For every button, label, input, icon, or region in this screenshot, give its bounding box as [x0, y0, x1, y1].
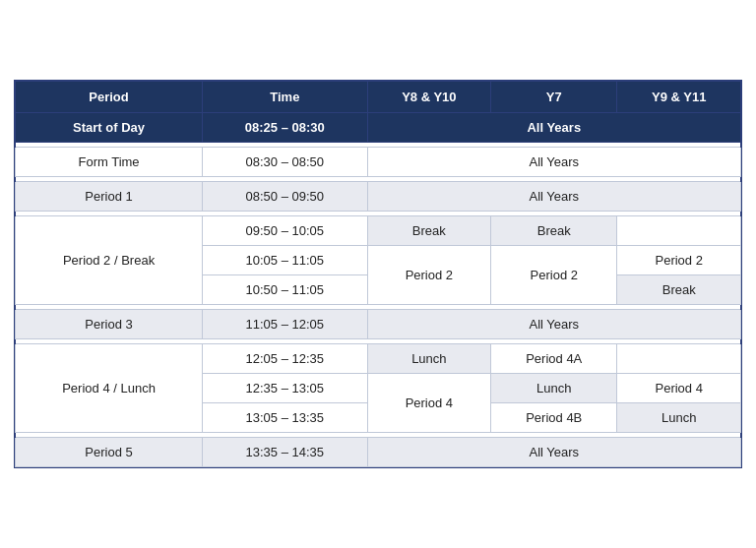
period4-time-1: 12:05 – 12:35: [203, 344, 368, 374]
period4-y9y11-3: Lunch: [617, 403, 741, 433]
period3-all-years: All Years: [367, 310, 740, 339]
period2-time-1: 09:50 – 10:05: [203, 216, 368, 246]
period2-period-label: Period 2 / Break: [16, 216, 203, 305]
header-y9y11: Y9 & Y11: [617, 82, 741, 113]
form-time-row: Form Time 08:30 – 08:50 All Years: [16, 148, 741, 177]
start-of-day-time: 08:25 – 08:30: [203, 113, 368, 143]
header-time: Time: [203, 82, 368, 113]
form-time-period: Form Time: [16, 148, 203, 177]
period4-y8y10-2: Period 4: [367, 374, 491, 433]
form-time-all-years: All Years: [367, 148, 740, 177]
period2-y7-2: Period 2: [491, 246, 617, 305]
period2-time-2: 10:05 – 11:05: [203, 246, 368, 275]
period4-y8y10-1: Lunch: [367, 344, 491, 374]
period5-time: 13:35 – 14:35: [203, 438, 368, 467]
period2-y9y11-2: Period 2: [617, 246, 741, 275]
form-time-time: 08:30 – 08:50: [203, 148, 368, 177]
period4-y7-1: Period 4A: [491, 344, 617, 374]
period4-y7-3: Period 4B: [491, 403, 617, 433]
period4-row-1: Period 4 / Lunch 12:05 – 12:35 Lunch Per…: [16, 344, 741, 374]
period4-y9y11-1: [617, 344, 741, 374]
period4-time-3: 13:05 – 13:35: [203, 403, 368, 433]
start-of-day-row: Start of Day 08:25 – 08:30 All Years: [16, 113, 741, 143]
period1-all-years: All Years: [367, 182, 740, 212]
header-y7: Y7: [491, 82, 617, 113]
period4-y7-2: Lunch: [491, 374, 617, 403]
period4-period-label: Period 4 / Lunch: [16, 344, 203, 433]
schedule-table: Period Time Y8 & Y10 Y7 Y9 & Y11 Start o…: [15, 81, 741, 467]
period2-y9y11-1: [617, 216, 741, 246]
header-period: Period: [16, 82, 203, 113]
start-of-day-all-years: All Years: [367, 113, 740, 143]
period2-row-1: Period 2 / Break 09:50 – 10:05 Break Bre…: [16, 216, 741, 246]
start-of-day-period: Start of Day: [16, 113, 203, 143]
period5-all-years: All Years: [367, 438, 740, 467]
header-row: Period Time Y8 & Y10 Y7 Y9 & Y11: [16, 82, 741, 113]
period2-y8y10-2: Period 2: [367, 246, 491, 305]
period3-period: Period 3: [16, 310, 203, 339]
period2-y9y11-3: Break: [617, 275, 741, 305]
period1-time: 08:50 – 09:50: [203, 182, 368, 212]
period2-y7-1: Break: [491, 216, 617, 246]
period1-row: Period 1 08:50 – 09:50 All Years: [16, 182, 741, 212]
header-y8y10: Y8 & Y10: [367, 82, 491, 113]
period4-y9y11-2: Period 4: [617, 374, 741, 403]
period2-y8y10-1: Break: [367, 216, 491, 246]
period3-time: 11:05 – 12:05: [203, 310, 368, 339]
period2-time-3: 10:50 – 11:05: [203, 275, 368, 305]
period3-row: Period 3 11:05 – 12:05 All Years: [16, 310, 741, 339]
schedule-table-wrapper: Period Time Y8 & Y10 Y7 Y9 & Y11 Start o…: [14, 80, 742, 468]
period5-row: Period 5 13:35 – 14:35 All Years: [16, 438, 741, 467]
period4-time-2: 12:35 – 13:05: [203, 374, 368, 403]
period1-period: Period 1: [16, 182, 203, 212]
period5-period: Period 5: [16, 438, 203, 467]
